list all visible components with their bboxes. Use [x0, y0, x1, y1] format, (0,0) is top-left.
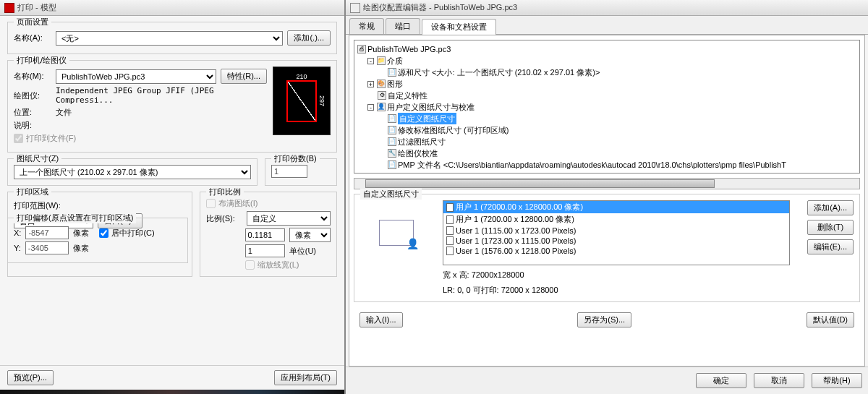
x-input[interactable] — [25, 226, 69, 239]
desc-label: 说明: — [14, 120, 51, 131]
apply-layout-button[interactable]: 应用到布局(T) — [274, 370, 337, 385]
offset-group: 打印偏移(原点设置在可打印区域) X: 像素 居中打印(C) Y: 像素 — [7, 218, 188, 263]
config-tree[interactable]: 🖨PublishToWeb JPG.pc3 -📁介质 📄源和尺寸 <大小: 上一… — [354, 40, 860, 174]
editor-icon — [350, 3, 360, 13]
copies-legend: 打印份数(B) — [271, 153, 320, 164]
page-icon — [446, 247, 454, 255]
help-button[interactable]: 帮助(H) — [812, 373, 862, 388]
scale-legend: 打印比例 — [206, 187, 244, 197]
cancel-button[interactable]: 取消 — [754, 373, 804, 388]
preview-button[interactable]: 预览(P)... — [7, 370, 54, 385]
printer-name-label: 名称(M): — [14, 71, 51, 82]
list-item[interactable]: User 1 (1576.00 x 1218.00 Pixels) — [443, 246, 789, 256]
tree-graphics[interactable]: 图形 — [387, 78, 403, 90]
unit-label: 单位(U) — [289, 246, 331, 257]
scale-unit-select[interactable]: 像素 — [289, 228, 331, 242]
tree-calibrate[interactable]: 绘图仪校准 — [398, 147, 438, 159]
printer-name-select[interactable]: PublishToWeb JPG.pc3 — [56, 69, 216, 84]
print-to-file-label: 打印到文件(F) — [26, 133, 76, 144]
edit-size-button[interactable]: 编辑(E)... — [807, 239, 854, 254]
paper-size-select[interactable]: 上一个图纸尺寸 (210.02 x 297.01 像素) — [14, 165, 251, 179]
tree-modify-std[interactable]: 修改标准图纸尺寸 (可打印区域) — [398, 124, 509, 136]
page-name-label: 名称(A): — [14, 33, 51, 43]
location-value: 文件 — [56, 107, 72, 118]
copies-input[interactable] — [271, 165, 307, 178]
page-icon: 📄 — [388, 137, 396, 146]
page-icon: 📄 — [388, 68, 396, 77]
tree-hscroll[interactable] — [354, 178, 860, 189]
page-setup-group: 页面设置 名称(A): <无> 添加(.)... — [7, 22, 337, 54]
scale-factor-input[interactable] — [245, 228, 285, 241]
x-label: X: — [14, 228, 21, 237]
dim-info: 宽 x 高: 72000x128000 — [443, 270, 790, 280]
paper-graphic — [360, 200, 433, 265]
plotter-editor-titlebar: 绘图仪配置编辑器 - PublishToWeb JPG.pc3 — [346, 0, 868, 16]
add-size-button[interactable]: 添加(A)... — [807, 200, 854, 215]
list-item[interactable]: 用户 1 (7200.00 x 12800.00 像素) — [443, 213, 789, 226]
copies-group: 打印份数(B) — [265, 158, 337, 186]
tree-user-group[interactable]: 用户定义图纸尺寸与校准 — [387, 101, 475, 113]
page-name-select[interactable]: <无> — [56, 31, 283, 46]
graphics-icon: 🎨 — [377, 80, 386, 88]
tree-pmp[interactable]: PMP 文件名 <C:\Users\biantian\appdata\roami… — [398, 159, 786, 171]
delete-size-button[interactable]: 删除(T) — [807, 220, 854, 235]
tree-props[interactable]: 自定义特性 — [388, 90, 427, 101]
tab-device[interactable]: 设备和文档设置 — [422, 19, 496, 35]
scale-select[interactable]: 自定义 — [247, 211, 331, 226]
printer-group: 打印机/绘图仪 名称(M): PublishToWeb JPG.pc3 特性(R… — [7, 60, 337, 153]
paper-size-legend: 图纸尺寸(Z) — [14, 153, 61, 164]
plotter-label: 绘图仪: — [14, 90, 51, 101]
scale-group: 打印比例 布满图纸(I) 比例(S): 自定义 像素 — [200, 192, 337, 277]
list-item[interactable]: User 1 (1723.00 x 1115.00 Pixels) — [443, 236, 789, 246]
tab-bar: 常规 端口 设备和文档设置 — [346, 16, 868, 35]
scale-units-input[interactable] — [245, 244, 285, 257]
ok-button[interactable]: 确定 — [696, 373, 746, 388]
lr-info: LR: 0, 0 可打印: 72000 x 128000 — [443, 285, 790, 296]
print-title: 打印 - 模型 — [17, 2, 56, 13]
list-item[interactable]: User 1 (1115.00 x 1723.00 Pixels) — [443, 226, 789, 236]
tab-general[interactable]: 常规 — [349, 18, 384, 34]
location-label: 位置: — [14, 107, 51, 118]
print-to-file-checkbox — [14, 134, 23, 143]
x-unit: 像素 — [73, 228, 89, 239]
editor-title: 绘图仪配置编辑器 - PublishToWeb JPG.pc3 — [363, 2, 517, 13]
scale-lw-label: 缩放线宽(L) — [258, 260, 299, 270]
scale-lw-checkbox — [245, 260, 255, 270]
saveas-button[interactable]: 另存为(S)... — [577, 312, 631, 327]
page-add-button[interactable]: 添加(.)... — [287, 30, 331, 46]
calib-icon: 🔧 — [388, 149, 396, 158]
tree-filter[interactable]: 过滤图纸尺寸 — [398, 136, 446, 147]
printer-props-button[interactable]: 特性(R)... — [221, 69, 267, 84]
default-button[interactable]: 默认值(D) — [807, 312, 854, 327]
collapse-icon[interactable]: - — [367, 104, 374, 111]
collapse-icon[interactable]: - — [367, 58, 374, 64]
tree-media[interactable]: 介质 — [387, 55, 403, 67]
tree-custom-size[interactable]: 自定义图纸尺寸 — [398, 113, 456, 124]
custom-size-legend: 自定义图纸尺寸 — [360, 189, 422, 200]
preview-width: 210 — [288, 73, 315, 80]
list-item[interactable]: 用户 1 (72000.00 x 128000.00 像素) — [443, 201, 789, 213]
center-checkbox[interactable] — [99, 228, 109, 238]
y-unit: 像素 — [73, 243, 89, 254]
printer-icon: 🖨 — [357, 45, 366, 53]
import-button[interactable]: 输入(I)... — [359, 312, 403, 327]
page-setup-legend: 页面设置 — [14, 17, 51, 27]
y-input[interactable] — [25, 241, 69, 254]
tree-root[interactable]: PublishToWeb JPG.pc3 — [367, 43, 451, 55]
print-titlebar: 打印 - 模型 — [0, 0, 344, 16]
offset-legend: 打印偏移(原点设置在可打印区域) — [14, 213, 136, 223]
fit-to-paper-checkbox — [206, 199, 216, 208]
area-legend: 打印区域 — [14, 187, 51, 197]
plotter-value: Independent JPEG Group JFIF (JPEG Compre… — [56, 86, 267, 105]
page-icon — [446, 226, 454, 235]
center-label: 居中打印(C) — [111, 228, 154, 239]
printer-legend: 打印机/绘图仪 — [14, 55, 69, 66]
page-icon: 📄 — [388, 114, 396, 123]
y-label: Y: — [14, 244, 21, 252]
tab-port[interactable]: 端口 — [386, 18, 420, 34]
page-icon — [446, 203, 454, 212]
expand-icon[interactable]: + — [367, 81, 374, 87]
tree-source[interactable]: 源和尺寸 <大小: 上一个图纸尺寸 (210.02 x 297.01 像素)> — [398, 67, 600, 78]
page-icon — [446, 215, 454, 224]
custom-size-list[interactable]: 用户 1 (72000.00 x 128000.00 像素) 用户 1 (720… — [443, 200, 790, 265]
